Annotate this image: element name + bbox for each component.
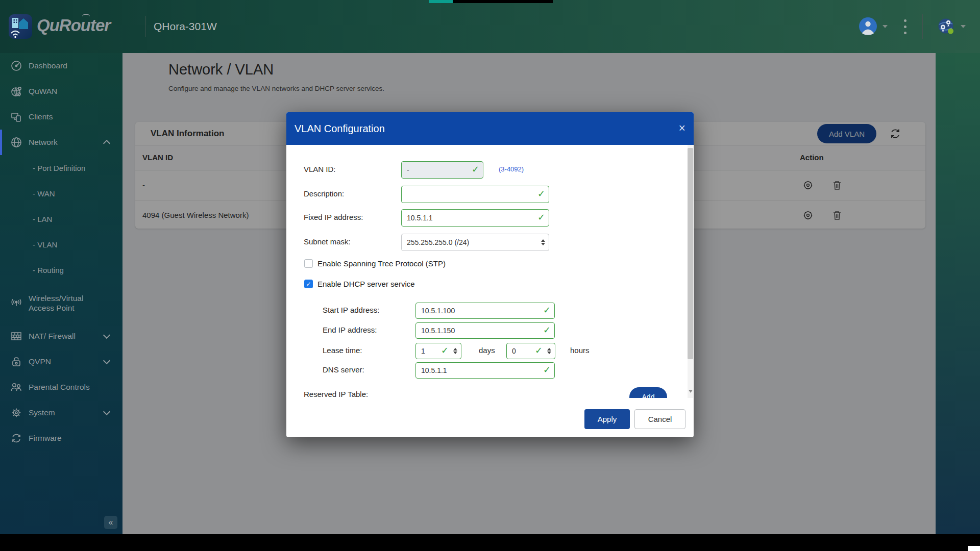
reserved-ip-table-label: Reserved IP Table:: [304, 389, 368, 398]
sidebar-item-parental-controls[interactable]: Parental Controls: [0, 374, 122, 400]
start-ip-input[interactable]: [416, 303, 554, 318]
wireless-icon: [10, 297, 22, 309]
sidebar-item-quwan[interactable]: QuWAN: [0, 79, 122, 104]
dashboard-icon: [10, 60, 22, 72]
valid-check-icon: ✓: [441, 345, 449, 356]
sidebar-item-routing[interactable]: - Routing: [0, 257, 122, 283]
app-header: QuRouter QHora-301W: [0, 0, 980, 53]
sidebar-item-firmware[interactable]: Firmware: [0, 425, 122, 451]
vlan-configuration-modal: VLAN Configuration × VLAN ID: ✓ (3-4092)…: [286, 112, 694, 437]
description-input[interactable]: [402, 186, 549, 203]
firewall-icon: [10, 330, 22, 342]
end-ip-label: End IP address:: [323, 322, 377, 338]
dns-server-label: DNS server:: [323, 362, 364, 378]
user-avatar[interactable]: [859, 17, 877, 35]
subnet-mask-label: Subnet mask:: [304, 234, 351, 250]
bottom-corner-sliver: [968, 546, 980, 551]
device-name: QHora-301W: [154, 20, 217, 33]
language-caret-icon[interactable]: [961, 25, 966, 28]
quwan-status-icon[interactable]: [937, 17, 955, 36]
sidebar-item-label: QVPN: [29, 357, 51, 366]
header-divider: [145, 16, 145, 37]
modal-title: VLAN Configuration: [295, 112, 385, 145]
sidebar-item-lan[interactable]: - LAN: [0, 206, 122, 232]
sidebar-item-label: System: [29, 408, 55, 417]
modal-footer: Apply Cancel: [286, 398, 694, 437]
more-menu-icon[interactable]: [904, 19, 906, 38]
valid-check-icon: ✓: [537, 212, 545, 223]
vlan-id-range-hint: (3-4092): [499, 161, 524, 178]
clients-icon: [10, 111, 22, 123]
sidebar-subitem-label: - LAN: [33, 215, 52, 223]
apply-button[interactable]: Apply: [584, 409, 630, 429]
sidebar-item-nat-firewall[interactable]: NAT/ Firewall: [0, 323, 122, 349]
sidebar-item-label: Clients: [29, 112, 53, 121]
sidebar-item-port-definition[interactable]: - Port Definition: [0, 155, 122, 181]
sidebar-subitem-label: - Routing: [33, 266, 64, 274]
cancel-button[interactable]: Cancel: [634, 409, 685, 429]
chevron-up-icon: [103, 140, 110, 147]
app-root: QuRouter QHora-301W: [0, 0, 980, 551]
sidebar-subitem-label: - WAN: [33, 189, 55, 198]
modal-scrollbar-thumb[interactable]: [688, 148, 693, 359]
fixed-ip-label: Fixed IP address:: [304, 209, 363, 226]
top-strip-accent: [429, 0, 453, 3]
gear-icon: [10, 407, 22, 419]
sync-icon: [10, 432, 22, 444]
sidebar-item-qvpn[interactable]: QVPN: [0, 349, 122, 374]
sidebar-item-vlan[interactable]: - VLAN: [0, 232, 122, 257]
sidebar-item-system[interactable]: System: [0, 400, 122, 425]
valid-check-icon: ✓: [472, 164, 479, 175]
vlan-id-label: VLAN ID:: [304, 161, 336, 178]
chevron-down-icon: [103, 357, 110, 364]
sidebar-item-label: QuWAN: [29, 87, 57, 96]
valid-check-icon: ✓: [543, 305, 551, 316]
collapse-sidebar-icon[interactable]: «: [104, 516, 117, 529]
lock-icon: [10, 356, 22, 368]
valid-check-icon: ✓: [537, 188, 545, 199]
sidebar-item-label: Network: [29, 138, 58, 147]
subnet-mask-select[interactable]: 255.255.255.0 (/24): [401, 234, 549, 251]
sidebar-item-label: Dashboard: [29, 61, 67, 70]
spinner-arrows-icon[interactable]: [453, 348, 457, 354]
chevron-down-icon: [103, 332, 110, 339]
network-icon: [10, 136, 22, 148]
user-menu-caret-icon[interactable]: [883, 25, 888, 28]
end-ip-input[interactable]: [416, 323, 554, 338]
chevron-down-icon: [103, 408, 110, 415]
fixed-ip-input[interactable]: [402, 210, 549, 226]
vlan-id-input[interactable]: [402, 162, 483, 178]
select-arrows-icon: [541, 239, 545, 245]
start-ip-label: Start IP address:: [323, 303, 379, 318]
brand-logo: QuRouter: [37, 14, 110, 37]
sidebar-item-network[interactable]: Network: [0, 130, 122, 155]
spinner-arrows-icon[interactable]: [547, 348, 551, 354]
sidebar-item-wan[interactable]: - WAN: [0, 181, 122, 206]
stp-checkbox[interactable]: [304, 259, 313, 268]
stp-label[interactable]: Enable Spanning Tree Protocol (STP): [317, 259, 446, 269]
sidebar-item-label: Parental Controls: [29, 383, 90, 392]
sidebar-item-label: Wireless/Virtual Access Point: [29, 293, 97, 313]
background-strip: [936, 53, 980, 534]
close-icon[interactable]: ×: [679, 121, 685, 135]
sidebar-item-label: Firmware: [29, 434, 62, 443]
quwan-icon: [10, 85, 22, 97]
valid-check-icon: ✓: [543, 324, 551, 336]
top-strip: [453, 0, 553, 3]
valid-check-icon: ✓: [535, 345, 543, 356]
lease-time-label: Lease time:: [323, 343, 362, 358]
sidebar: Dashboard QuWAN Clients: [0, 53, 122, 534]
sidebar-item-wireless[interactable]: Wireless/Virtual Access Point: [0, 283, 122, 323]
header-divider-2: [922, 14, 923, 39]
dns-server-input[interactable]: [416, 363, 554, 378]
sidebar-subitem-label: - Port Definition: [33, 164, 85, 172]
valid-check-icon: ✓: [543, 364, 551, 375]
dhcp-checkbox[interactable]: ✓: [304, 280, 313, 288]
sidebar-item-clients[interactable]: Clients: [0, 104, 122, 130]
scroll-down-arrow-icon[interactable]: [689, 390, 693, 393]
add-reserved-ip-button[interactable]: Add: [629, 387, 667, 398]
lease-days-unit: days: [479, 343, 495, 358]
qurouter-logo-icon: [8, 14, 33, 39]
dhcp-label[interactable]: Enable DHCP server service: [317, 279, 415, 289]
sidebar-item-dashboard[interactable]: Dashboard: [0, 53, 122, 79]
